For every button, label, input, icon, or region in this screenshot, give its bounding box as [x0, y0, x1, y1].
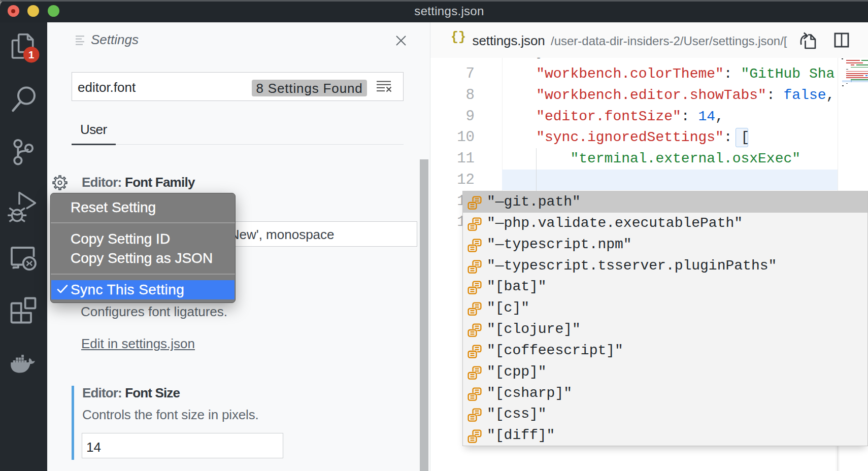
svg-text:1: 1: [28, 49, 35, 60]
